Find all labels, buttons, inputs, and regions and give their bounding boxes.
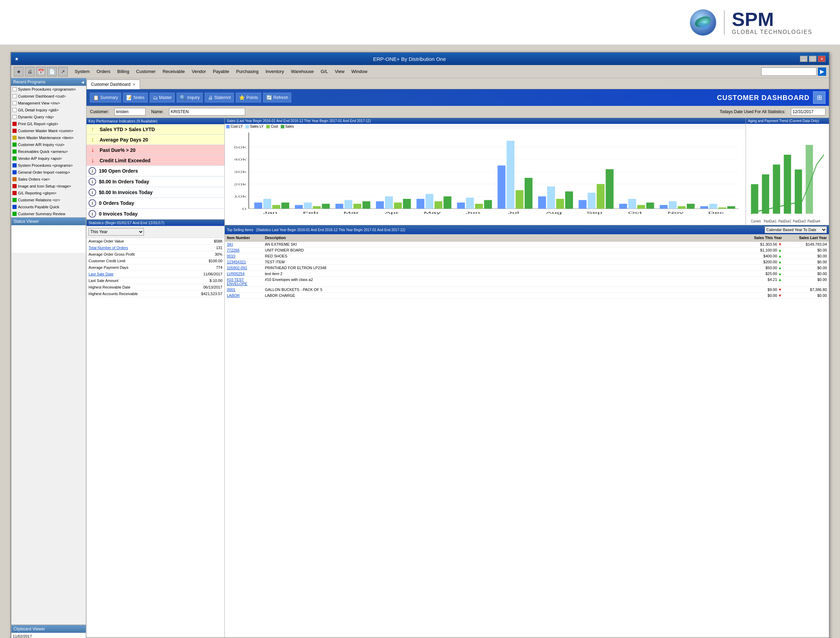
menu-warehouse[interactable]: Warehouse bbox=[288, 68, 316, 75]
sidebar-dot-icon bbox=[13, 212, 17, 216]
menu-payable[interactable]: Payable bbox=[210, 68, 232, 75]
item-sales-ly: $149,783.04 bbox=[784, 242, 829, 247]
sidebar-dot-icon bbox=[13, 87, 17, 91]
stats-date-input[interactable] bbox=[791, 108, 826, 116]
stats-link[interactable]: Last Sale Date bbox=[88, 272, 114, 276]
sidebar-item-2[interactable]: Management View <mv> bbox=[11, 100, 86, 106]
sidebar-item-10[interactable]: Vendor A/P Inquiry <apvi> bbox=[11, 155, 86, 162]
tab-close-button[interactable]: ✕ bbox=[133, 82, 136, 87]
sidebar-toggle[interactable]: ◀ bbox=[81, 80, 84, 84]
svg-rect-32 bbox=[434, 201, 442, 209]
menu-receivable[interactable]: Receivable bbox=[160, 68, 188, 75]
svg-text:0: 0 bbox=[242, 207, 246, 211]
menu-customer[interactable]: Customer bbox=[134, 68, 158, 75]
stats-table-row: Average Order Value$588 bbox=[87, 238, 224, 245]
statistics-filter-select[interactable]: This Year bbox=[88, 228, 144, 236]
item-number-link[interactable]: 105902-091 bbox=[227, 266, 247, 270]
stats-value: 06/13/2017 bbox=[180, 284, 224, 291]
kpi-icon: ↑ bbox=[88, 126, 97, 133]
item-sales-ly: $0.00 bbox=[784, 277, 829, 287]
notes-button[interactable]: 📝 Notes bbox=[123, 93, 147, 103]
sidebar-item-9[interactable]: Receivables Quick <armenu> bbox=[11, 148, 86, 155]
customer-name-input[interactable] bbox=[169, 108, 245, 116]
item-number-link[interactable]: 0001 bbox=[227, 288, 235, 292]
sidebar-item-16[interactable]: Customer Relations <cr> bbox=[11, 196, 86, 203]
svg-rect-43 bbox=[524, 178, 532, 209]
calendar-icon[interactable]: 📅 bbox=[36, 67, 46, 76]
item-description: test item 2 bbox=[263, 271, 739, 277]
menu-view[interactable]: View bbox=[332, 68, 347, 75]
maximize-button[interactable]: □ bbox=[809, 56, 816, 62]
kpi-text: 0 Invoices Today bbox=[99, 211, 137, 217]
menu-billing[interactable]: Billing bbox=[114, 68, 132, 75]
sidebar-item-3[interactable]: G/L Detail Inquiry <gldi> bbox=[11, 106, 86, 114]
sidebar-item-18[interactable]: Customer Summary Review bbox=[11, 211, 86, 217]
sidebar-item-1[interactable]: Customer Dashboard <cud> bbox=[11, 93, 86, 100]
print-icon[interactable]: 🖨 bbox=[25, 67, 35, 76]
sidebar-item-13[interactable]: Sales Orders <oe> bbox=[11, 176, 86, 183]
window-controls[interactable]: _ □ ✕ bbox=[800, 56, 826, 62]
menu-orders[interactable]: Orders bbox=[94, 68, 113, 75]
statement-button[interactable]: 🖨 Statemnt bbox=[205, 93, 234, 103]
items-table-row: LABORLABOR CHARGE$0.00 ▼$0.00 bbox=[225, 293, 829, 299]
dashboard-title: CUSTOMER DASHBOARD bbox=[717, 94, 810, 102]
kpi-icon: i bbox=[88, 188, 96, 196]
sidebar-item-5[interactable]: Print G/L Report <glrpt> bbox=[11, 120, 86, 127]
svg-rect-26 bbox=[385, 196, 393, 209]
kpi-item-4: i190 Open Orders bbox=[87, 166, 224, 176]
stats-table-row: Total Number of Orders131 bbox=[87, 245, 224, 251]
customer-dashboard-tab[interactable]: Customer Dashboard ✕ bbox=[87, 79, 140, 89]
master-button[interactable]: 🗂 Master bbox=[150, 93, 175, 103]
kpi-item-8: i0 Invoices Today bbox=[87, 209, 224, 219]
main-window: ★ ERP-ONE+ By Distribution One _ □ ✕ ★ 🖨… bbox=[10, 52, 830, 638]
sidebar-item-15[interactable]: G/L Reporting <glrpm> bbox=[11, 190, 86, 196]
content-area: Recent Programs ◀ System Procedures <pro… bbox=[11, 78, 829, 638]
stats-link[interactable]: Total Number of Orders bbox=[88, 245, 128, 250]
export-icon[interactable]: ↗ bbox=[58, 67, 68, 76]
svg-rect-55 bbox=[619, 204, 627, 209]
customer-input[interactable] bbox=[114, 108, 145, 116]
trend-up-icon: ▲ bbox=[778, 260, 782, 264]
charts-row: Sales (Last Year Begin 2016-01 And End 2… bbox=[225, 118, 829, 225]
aging-chart-panel: Aging and Payment Trend (Current Data On… bbox=[746, 118, 829, 225]
customer-row: Customer: Name: Todays Date Used For All… bbox=[87, 106, 829, 118]
menu-gl[interactable]: G/L bbox=[318, 68, 331, 75]
item-sales-ly: $0.00 bbox=[784, 259, 829, 265]
sidebar-item-4[interactable]: Dynamic Query <dq> bbox=[11, 114, 86, 120]
item-sales-ly: $0.00 bbox=[784, 293, 829, 298]
item-number-link[interactable]: LABOR bbox=[227, 293, 240, 298]
menu-inventory[interactable]: Inventory bbox=[263, 68, 287, 75]
points-button[interactable]: ⭐ Points bbox=[236, 93, 261, 103]
menu-vendor[interactable]: Vendor bbox=[189, 68, 208, 75]
menu-purchasing[interactable]: Purchasing bbox=[234, 68, 261, 75]
sidebar-item-6[interactable]: Customer Master Maint <cumm> bbox=[11, 127, 86, 134]
recent-programs-header[interactable]: Recent Programs ◀ bbox=[11, 78, 86, 86]
menu-search-input[interactable] bbox=[761, 68, 816, 76]
inquiry-button[interactable]: 🔍 Inquiry bbox=[177, 93, 203, 103]
top-items-filter-select[interactable]: Calendar Based Year To Date bbox=[764, 226, 827, 233]
item-number-link[interactable]: 123454321 bbox=[227, 260, 246, 264]
item-number-link[interactable]: #10 TEST ENVELOPE bbox=[227, 277, 247, 286]
document-icon[interactable]: 📄 bbox=[47, 67, 57, 76]
sidebar-item-0[interactable]: System Procedures <programsm> bbox=[11, 86, 86, 93]
sidebar-item-8[interactable]: Customer A/R Inquiry <cui> bbox=[11, 141, 86, 148]
star-menu-icon[interactable]: ★ bbox=[14, 67, 24, 76]
close-button[interactable]: ✕ bbox=[818, 56, 826, 62]
sidebar-item-11[interactable]: System Procedures <programs> bbox=[11, 162, 86, 169]
item-number-link[interactable]: SKI bbox=[227, 242, 233, 246]
menu-system[interactable]: System bbox=[72, 68, 92, 75]
menu-search-button[interactable]: ▶ bbox=[818, 68, 826, 76]
minimize-button[interactable]: _ bbox=[800, 56, 807, 62]
legend-dot-sales-ly bbox=[246, 125, 249, 128]
menu-window[interactable]: Window bbox=[349, 68, 370, 75]
item-number-link[interactable]: LVR00254 bbox=[227, 272, 245, 276]
summary-button[interactable]: 📋 Summary bbox=[90, 93, 121, 103]
item-number-link[interactable]: 0010 bbox=[227, 254, 235, 258]
sidebar-item-12[interactable]: General Order Import <oeimp> bbox=[11, 169, 86, 176]
sidebar-item-14[interactable]: Image and Icon Setup <image> bbox=[11, 183, 86, 190]
legend-sales: Sales bbox=[281, 125, 294, 128]
refresh-button[interactable]: 🔄 Refresh bbox=[263, 93, 291, 103]
sidebar-item-17[interactable]: Accounts Payable Quick bbox=[11, 203, 86, 211]
item-number-link[interactable]: 772266 bbox=[227, 248, 240, 252]
sidebar-item-7[interactable]: Item Master Maintenance <item> bbox=[11, 134, 86, 141]
